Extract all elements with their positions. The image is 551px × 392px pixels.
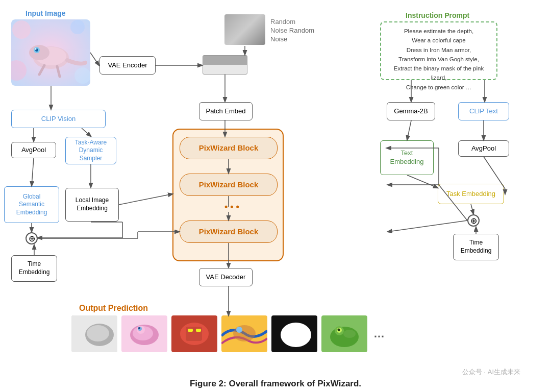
svg-line-52: [32, 158, 34, 186]
plus-circle-left: ⊕: [26, 232, 38, 244]
pixwizard-block-3: PixWizard Block: [180, 220, 278, 243]
output-images-row: …: [71, 315, 385, 352]
svg-point-38: [343, 330, 356, 338]
text-embedding-box: TextEmbedding: [380, 140, 434, 175]
plus-circle-right: ⊕: [467, 214, 480, 227]
diagram-container: Input Image: [0, 0, 551, 368]
dots-between-blocks: • • •: [224, 202, 239, 212]
avgpool-left-box: AvgPool: [11, 142, 56, 158]
random-noise-label: Random Noise RandomNoise: [270, 18, 314, 43]
time-embedding-right-box: TimeEmbedding: [453, 234, 499, 260]
time-embedding-left-box: TimeEmbedding: [11, 255, 57, 282]
instruction-prompt-box: Please estimate the depth,Wear a colorfu…: [380, 21, 497, 80]
svg-point-10: [35, 48, 37, 50]
patch-embed-box: Patch Embed: [199, 102, 253, 120]
svg-point-1: [12, 20, 31, 39]
out-img-ironman: [171, 315, 217, 352]
random-noise-image: [224, 14, 265, 45]
global-semantic-box: GlobalSemanticEmbedding: [4, 186, 59, 223]
watermark: 公众号 · AI生成未来: [462, 368, 520, 377]
gemma-box: Gemma-2B: [387, 102, 435, 120]
svg-line-66: [407, 175, 438, 188]
clip-text-box: CLIP Text: [458, 102, 509, 120]
task-embedding-box: Task Embedding: [438, 184, 504, 204]
input-image-label: Input Image: [26, 9, 66, 17]
pixwizard-block-1: PixWizard Block: [180, 137, 278, 159]
svg-point-2: [70, 20, 85, 34]
svg-line-69: [471, 204, 473, 214]
out-img-mask: [271, 315, 317, 352]
input-image: [11, 19, 90, 86]
local-image-box: Local ImageEmbedding: [65, 188, 119, 222]
svg-point-15: [87, 325, 109, 341]
task-aware-box: Task-Aware Dynamic Sampler: [65, 137, 116, 164]
svg-line-70: [388, 220, 467, 232]
svg-point-21: [138, 327, 140, 329]
svg-rect-25: [188, 329, 193, 332]
svg-line-51: [82, 128, 91, 136]
out-img-depth: [71, 315, 117, 352]
instruction-prompt-label: Instruction Prompt: [406, 11, 469, 19]
out-img-green: [321, 315, 367, 352]
svg-line-39: [90, 53, 99, 65]
output-dots: …: [373, 327, 385, 340]
svg-point-34: [330, 327, 359, 347]
svg-point-29: [236, 327, 242, 333]
svg-point-4: [74, 67, 90, 84]
vae-encoder-box: VAE Encoder: [99, 56, 156, 75]
output-prediction-label: Output Prediction: [79, 304, 148, 313]
svg-point-28: [233, 325, 256, 341]
noisy-latent: [203, 55, 247, 75]
out-img-cape: [121, 315, 167, 352]
vae-decoder-box: VAE Decoder: [199, 268, 253, 286]
svg-point-7: [29, 45, 49, 60]
out-img-vangogh: [221, 315, 267, 352]
pixwizard-block-2: PixWizard Block: [180, 174, 278, 196]
clip-vision-box: CLIP Vision: [11, 110, 106, 128]
svg-point-37: [338, 329, 340, 331]
avgpool-right-box: AvgPool: [458, 140, 509, 157]
svg-line-76: [119, 194, 172, 205]
figure-caption: Figure 2: Overall framework of PixWizard…: [0, 379, 551, 389]
svg-line-64: [407, 120, 411, 140]
svg-rect-26: [196, 329, 201, 332]
svg-point-32: [283, 325, 307, 343]
